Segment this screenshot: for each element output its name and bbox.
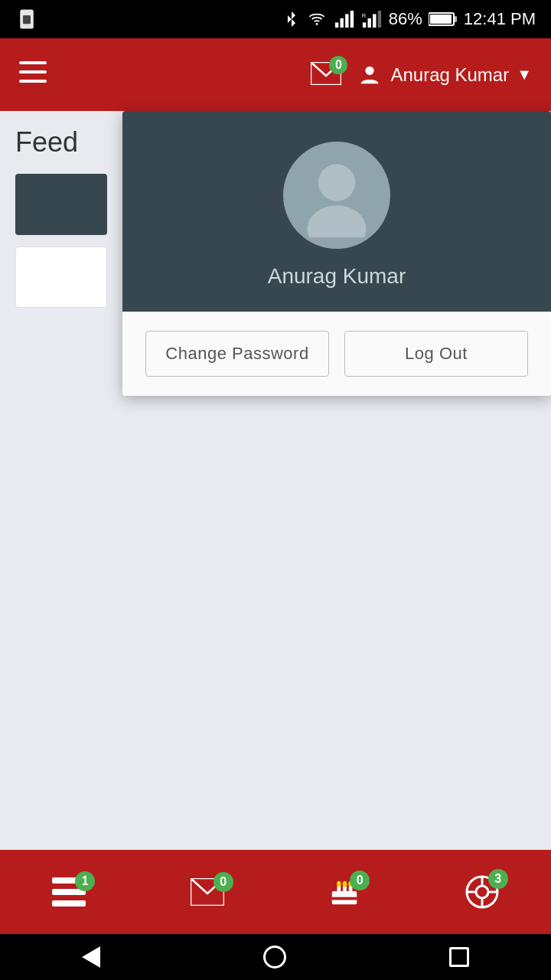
hamburger-button[interactable] xyxy=(19,60,47,89)
user-avatar-icon xyxy=(357,62,383,88)
bottom-nav-birthday[interactable]: 0 xyxy=(328,877,360,907)
mail-badge: 0 xyxy=(329,56,347,74)
svg-rect-4 xyxy=(340,18,343,28)
birthday-nav-badge: 0 xyxy=(350,871,370,890)
svg-rect-17 xyxy=(19,80,47,83)
svg-point-20 xyxy=(318,164,355,201)
battery-text: 86% xyxy=(389,9,422,29)
feed-card-dark xyxy=(15,174,107,235)
help-nav-badge: 3 xyxy=(488,869,508,889)
status-bar: R 86% 12:41 PM xyxy=(0,0,551,38)
svg-rect-24 xyxy=(52,900,86,906)
status-left-icons xyxy=(15,0,38,38)
nav-right: 0 Anurag Kumar ▼ xyxy=(311,62,532,88)
recents-button[interactable] xyxy=(449,947,469,967)
signal-icon xyxy=(334,11,355,28)
android-nav xyxy=(0,934,551,980)
battery-icon xyxy=(429,11,458,27)
chevron-down-icon: ▼ xyxy=(517,66,532,83)
feed-card-light xyxy=(15,247,107,308)
svg-rect-3 xyxy=(335,22,338,28)
svg-rect-1 xyxy=(23,15,31,24)
mail-button[interactable]: 0 xyxy=(311,62,341,88)
profile-dropdown: Anurag Kumar Change Password Log Out xyxy=(122,111,551,396)
svg-point-31 xyxy=(337,881,341,887)
svg-rect-27 xyxy=(332,897,357,900)
top-nav: 0 Anurag Kumar ▼ xyxy=(0,38,551,111)
svg-rect-5 xyxy=(345,14,348,28)
svg-rect-14 xyxy=(430,15,452,24)
bottom-nav-feed[interactable]: 1 xyxy=(52,877,86,906)
user-menu-button[interactable]: Anurag Kumar ▼ xyxy=(357,62,532,88)
mail-nav-badge: 0 xyxy=(214,872,233,892)
status-time: 12:41 PM xyxy=(464,9,536,29)
change-password-button[interactable]: Change Password xyxy=(145,331,329,377)
svg-rect-16 xyxy=(19,70,47,74)
bottom-nav-mail[interactable]: 0 xyxy=(191,878,224,906)
svg-rect-9 xyxy=(373,14,376,28)
back-button[interactable] xyxy=(82,946,100,968)
svg-point-21 xyxy=(308,205,367,237)
logout-button[interactable]: Log Out xyxy=(344,331,528,377)
profile-actions: Change Password Log Out xyxy=(122,312,551,396)
r-signal-icon: R xyxy=(361,11,383,28)
bottom-nav-help[interactable]: 3 xyxy=(465,875,499,909)
profile-username: Anurag Kumar xyxy=(268,264,406,289)
svg-rect-6 xyxy=(350,11,353,28)
feed-badge: 1 xyxy=(75,871,95,891)
status-icons: R 86% 12:41 PM xyxy=(283,8,536,30)
wifi-icon xyxy=(306,11,328,28)
svg-rect-8 xyxy=(367,18,370,28)
svg-rect-15 xyxy=(19,61,47,64)
main-content: Feed Anurag Kumar Change Password Log Ou… xyxy=(0,111,551,850)
svg-point-19 xyxy=(366,66,374,74)
svg-point-35 xyxy=(476,886,488,898)
user-name-label: Anurag Kumar xyxy=(390,64,509,86)
home-button[interactable] xyxy=(263,946,286,969)
bluetooth-icon xyxy=(283,8,300,30)
avatar xyxy=(283,142,390,249)
svg-rect-7 xyxy=(363,22,366,28)
bottom-nav: 1 0 0 xyxy=(0,850,551,934)
svg-rect-10 xyxy=(377,11,380,28)
svg-point-2 xyxy=(315,23,318,25)
svg-point-32 xyxy=(343,881,347,887)
svg-text:R: R xyxy=(362,12,367,19)
profile-header: Anurag Kumar xyxy=(122,111,551,312)
svg-rect-13 xyxy=(454,16,457,22)
